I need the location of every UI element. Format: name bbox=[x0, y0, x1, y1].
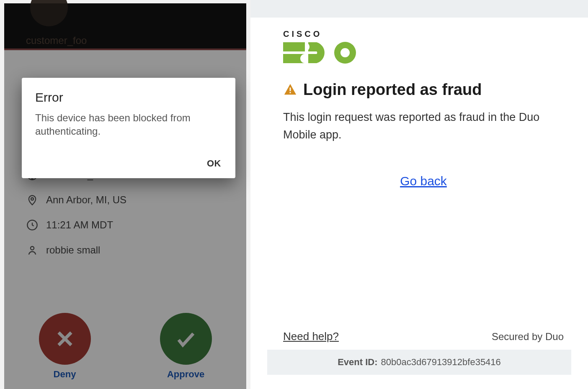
duo-web-prompt: CISCO bbox=[250, 0, 588, 389]
duo-mobile-inner: customer_foo customer_foo Ann Arbor, MI,… bbox=[4, 3, 246, 389]
event-id-label: Event ID: bbox=[338, 357, 377, 368]
prompt-footer: Need help? Secured by Duo bbox=[283, 330, 564, 343]
modal-scrim bbox=[4, 3, 246, 389]
need-help-link[interactable]: Need help? bbox=[283, 330, 339, 343]
prompt-body: CISCO bbox=[267, 18, 571, 188]
secured-by-duo: Secured by Duo bbox=[492, 331, 564, 343]
page-description: This login request was reported as fraud… bbox=[283, 109, 560, 144]
event-id-bar: Event ID: 80b0ac3d67913912bfe35416 bbox=[267, 350, 571, 375]
screenshot-pair: customer_foo customer_foo Ann Arbor, MI,… bbox=[0, 0, 588, 389]
duo-mobile-screen: customer_foo customer_foo Ann Arbor, MI,… bbox=[0, 0, 250, 389]
dialog-message: This device has been blocked from authen… bbox=[35, 111, 222, 138]
warning-icon bbox=[283, 83, 297, 97]
error-dialog: Error This device has been blocked from … bbox=[22, 78, 235, 178]
go-back-link[interactable]: Go back bbox=[400, 174, 447, 188]
svg-rect-4 bbox=[283, 42, 305, 51]
event-id-value: 80b0ac3d67913912bfe35416 bbox=[381, 357, 501, 368]
go-back-wrap: Go back bbox=[283, 174, 564, 188]
dialog-ok-button[interactable]: OK bbox=[207, 158, 221, 169]
cisco-wordmark: CISCO bbox=[283, 29, 564, 39]
title-row: Login reported as fraud bbox=[283, 81, 564, 99]
svg-rect-9 bbox=[290, 92, 291, 93]
browser-chrome-strip bbox=[250, 0, 588, 18]
svg-rect-8 bbox=[290, 87, 291, 91]
page-title: Login reported as fraud bbox=[303, 81, 482, 99]
duo-logo bbox=[283, 41, 564, 66]
svg-point-7 bbox=[340, 48, 350, 57]
dialog-title: Error bbox=[35, 90, 222, 105]
